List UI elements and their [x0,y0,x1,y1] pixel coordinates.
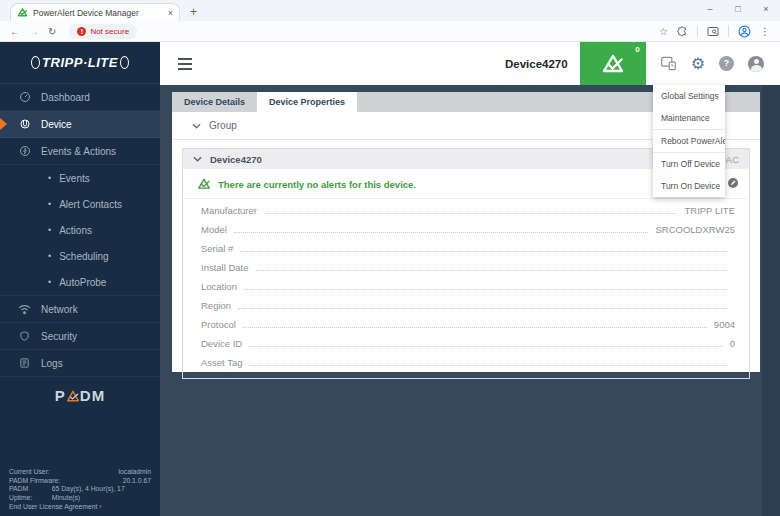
address-bar[interactable]: ! Not secure [69,24,137,39]
devices-icon[interactable] [660,56,677,71]
power-source-label: AC [726,154,739,165]
alert-count-badge: 0 [635,45,639,54]
logo-oval-right [120,56,129,69]
dotted-leader [243,327,707,328]
settings-menu-item[interactable]: Global Settings [653,85,725,107]
alerts-button[interactable]: 0 [580,42,646,85]
settings-dropdown-menu: Global Settings Maintenance Reboot Power… [653,85,725,197]
property-row: Device ID 0 [201,334,735,353]
window-minimize-button[interactable]: – [696,0,724,20]
sidebar-item-events-actions[interactable]: Events & Actions [0,138,160,165]
device-plug-icon [18,118,31,130]
dotted-leader [256,270,728,271]
poweralert-favicon [17,7,28,18]
footer-firmware: PADM Firmware: 20.1.0.67 [9,477,151,485]
dotted-leader [238,308,728,309]
window-controls: – □ × [696,0,780,20]
browser-menu-icon[interactable]: ⋮ [760,26,770,37]
wifi-icon [18,304,31,315]
window-maximize-button[interactable]: □ [724,0,752,20]
browser-chrome: PowerAlert Device Manager × + – □ × ← → … [0,0,780,42]
property-list: Manufacturer TRIPP LITE Model SRCOOLDXRW… [183,199,749,378]
logo-oval-left [31,56,40,69]
user-avatar[interactable] [748,56,764,72]
sidebar-item-security[interactable]: Security [0,323,160,350]
logs-document-icon [18,357,31,369]
profile-avatar-icon[interactable] [738,25,751,38]
dotted-leader [264,213,678,214]
property-label: Location [201,281,237,292]
padm-logo: P DM [0,387,160,404]
toolbar-right: ☆ ⋮ [659,25,770,38]
property-label: Region [201,300,231,311]
tab-device-properties[interactable]: Device Properties [257,92,357,112]
right-margin-strip [762,85,780,516]
settings-menu-item[interactable]: Reboot PowerAlert [653,129,725,152]
chevron-down-icon [192,123,201,129]
property-row: Model SRCOOLDXRW25 [201,220,735,239]
sidebar-item-alert-contacts[interactable]: Alert Contacts [0,191,160,217]
hamburger-menu-icon[interactable] [178,58,192,70]
property-label: Asset Tag [201,357,243,368]
sidebar-item-events[interactable]: Events [0,165,160,191]
not-secure-label[interactable]: Not secure [90,27,129,36]
property-label: Device ID [201,338,242,349]
sidebar-nav: Dashboard Device Events & Actions Events… [0,84,160,377]
sidebar-subgroup: Events Alert Contacts Actions Scheduling… [0,165,160,296]
property-label: Install Date [201,262,249,273]
property-label: Serial # [201,243,233,254]
settings-menu-item[interactable]: Maintenance [653,107,725,129]
dotted-leader [250,365,728,366]
dotted-leader [240,251,728,252]
settings-menu-item[interactable]: Turn On Device [653,175,725,197]
property-value: 9004 [714,319,735,330]
property-label: Model [201,224,227,235]
bookmark-star-icon[interactable]: ☆ [659,26,668,37]
eula-link[interactable]: End User License Agreement › [9,503,151,510]
dotted-leader [234,232,649,233]
edit-pencil-icon[interactable] [727,175,739,193]
toolbar-divider [697,25,698,37]
sidebar-item-autoprobe[interactable]: AutoProbe [0,269,160,295]
forward-icon[interactable]: → [29,26,39,37]
sidebar-item-dashboard[interactable]: Dashboard [0,84,160,111]
property-row: Region [201,296,735,315]
tab-device-details[interactable]: Device Details [172,92,257,112]
extensions-icon[interactable] [677,26,688,37]
reload-icon[interactable]: ↻ [48,26,56,37]
settings-gear-icon[interactable]: ⚙ [691,56,705,72]
sidebar-item-network[interactable]: Network [0,296,160,323]
settings-menu-item[interactable]: Turn Off Device [653,152,725,175]
tab-close-icon[interactable]: × [168,8,173,18]
help-icon[interactable]: ? [719,56,734,71]
window-close-button[interactable]: × [752,0,780,20]
property-row: Location [201,277,735,296]
footer-uptime: PADM Uptime: 65 Day(s), 4 Hour(s), 17 Mi… [9,485,151,502]
property-row: Serial # [201,239,735,258]
property-row: Protocol 9004 [201,315,735,334]
back-icon[interactable]: ← [10,26,20,37]
sidebar-item-device[interactable]: Device [0,111,160,138]
toolbar-divider [728,25,729,37]
header-device-title: Device4270 [505,58,568,70]
property-label: Protocol [201,319,236,330]
tripp-lite-logo: TRIPP·LITE [0,42,160,84]
browser-tabstrip: PowerAlert Device Manager × + – □ × [0,0,780,21]
property-value: 0 [730,338,735,349]
sidebar-item-actions[interactable]: Actions [0,217,160,243]
property-value: SRCOOLDXRW25 [655,224,735,235]
sidebar-item-logs[interactable]: Logs [0,350,160,377]
browser-tab[interactable]: PowerAlert Device Manager × [10,3,180,21]
chevron-down-icon [193,156,202,162]
lightning-circle-icon [18,145,31,157]
dotted-leader [249,346,723,347]
property-row: Manufacturer TRIPP LITE [201,201,735,220]
browser-tab-title: PowerAlert Device Manager [33,8,163,18]
side-panel-icon[interactable] [707,26,719,37]
property-value: TRIPP LITE [684,205,735,216]
poweralert-ok-icon [197,177,211,191]
sidebar: TRIPP·LITE Dashboard Device Events & A [0,42,160,516]
no-alerts-message: There are currently no alerts for this d… [218,179,416,190]
new-tab-button[interactable]: + [190,5,197,21]
sidebar-item-scheduling[interactable]: Scheduling [0,243,160,269]
